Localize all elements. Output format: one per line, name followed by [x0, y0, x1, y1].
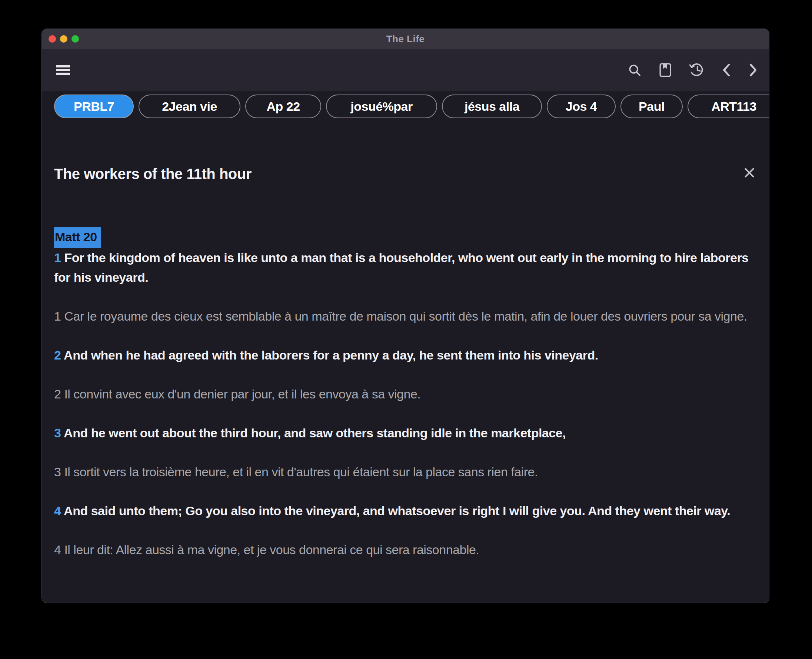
titlebar[interactable]: The Life — [42, 29, 769, 49]
verse-number: 1 — [54, 251, 61, 265]
verse-number: 1 — [54, 309, 61, 323]
bookmark-icon — [659, 63, 672, 77]
verse-3-fr: 3 Il sortit vers la troisième heure, et … — [54, 462, 753, 482]
tab-josue-par[interactable]: josué%par — [326, 95, 437, 118]
verse-3-en: 3 And he went out about the third hour, … — [54, 423, 753, 443]
verse-text: And said unto them; Go you also into the… — [64, 504, 730, 518]
tab-ap-22[interactable]: Ap 22 — [245, 95, 321, 118]
tab-paul[interactable]: Paul — [620, 95, 683, 118]
verse-number: 4 — [54, 504, 61, 518]
close-icon — [744, 167, 755, 178]
verse-text: Il leur dit: Allez aussi à ma vigne, et … — [64, 542, 479, 557]
search-icon — [628, 63, 642, 77]
desktop: The Life — [0, 0, 812, 659]
tab-prbl7[interactable]: PRBL7 — [54, 95, 134, 118]
article-title: The workers of the 11th hour — [54, 166, 252, 182]
verse-2-fr: 2 Il convint avec eux d'un denier par jo… — [54, 385, 753, 404]
toolbar — [42, 49, 769, 91]
verse-1-fr: 1 Car le royaume des cieux est semblable… — [54, 306, 753, 326]
close-article-button[interactable] — [744, 167, 755, 178]
forward-icon — [748, 63, 758, 77]
menu-button[interactable] — [55, 65, 70, 76]
verse-text: And when he had agreed with the laborers… — [64, 348, 598, 362]
back-button[interactable] — [722, 63, 731, 77]
tab-bar: PRBL7 2Jean vie Ap 22 josué%par jésus al… — [42, 91, 769, 118]
verse-number: 3 — [54, 426, 61, 440]
verse-text: Car le royaume des cieux est semblable à… — [64, 309, 747, 323]
tab-jesus-alla[interactable]: jésus alla — [442, 95, 542, 118]
verse-4-fr: 4 Il leur dit: Allez aussi à ma vigne, e… — [54, 540, 753, 560]
verse-text: Il convint avec eux d'un denier par jour… — [64, 387, 420, 401]
content-pane: The workers of the 11th hour Matt 20 1 — [42, 118, 769, 603]
close-window-button[interactable] — [49, 35, 56, 43]
verse-4-en: 4 And said unto them; Go you also into t… — [54, 501, 753, 521]
window-title: The Life — [386, 33, 425, 45]
verse-1-en: 1 For the kingdom of heaven is like unto… — [54, 248, 753, 287]
verse-number: 2 — [54, 387, 61, 401]
back-icon — [722, 63, 731, 77]
verse-number: 4 — [54, 542, 61, 557]
passage: Matt 20 1 For the kingdom of heaven is l… — [42, 182, 769, 560]
minimize-window-button[interactable] — [60, 35, 68, 43]
history-button[interactable] — [689, 63, 705, 77]
content-header: The workers of the 11th hour — [42, 118, 769, 182]
history-icon — [689, 63, 705, 77]
forward-button[interactable] — [748, 63, 758, 77]
verse-text: For the kingdom of heaven is like unto a… — [54, 251, 749, 284]
zoom-window-button[interactable] — [71, 35, 79, 43]
tab-2jean-vie[interactable]: 2Jean vie — [138, 95, 241, 118]
toolbar-right-group — [628, 63, 758, 77]
passage-reference-line: Matt 20 — [54, 227, 753, 248]
bookmark-button[interactable] — [659, 63, 672, 77]
tab-jos-4[interactable]: Jos 4 — [547, 95, 616, 118]
app-window: The Life — [41, 28, 770, 603]
verse-number: 3 — [54, 465, 61, 479]
traffic-lights — [49, 29, 79, 49]
verse-text: And he went out about the third hour, an… — [64, 426, 566, 440]
verse-text: Il sortit vers la troisième heure, et il… — [64, 465, 538, 479]
passage-reference[interactable]: Matt 20 — [54, 227, 101, 248]
search-button[interactable] — [628, 63, 642, 77]
tab-art113[interactable]: ART113 — [688, 95, 769, 118]
verse-2-en: 2 And when he had agreed with the labore… — [54, 345, 753, 365]
menu-icon — [55, 65, 70, 76]
verse-number: 2 — [54, 348, 61, 362]
